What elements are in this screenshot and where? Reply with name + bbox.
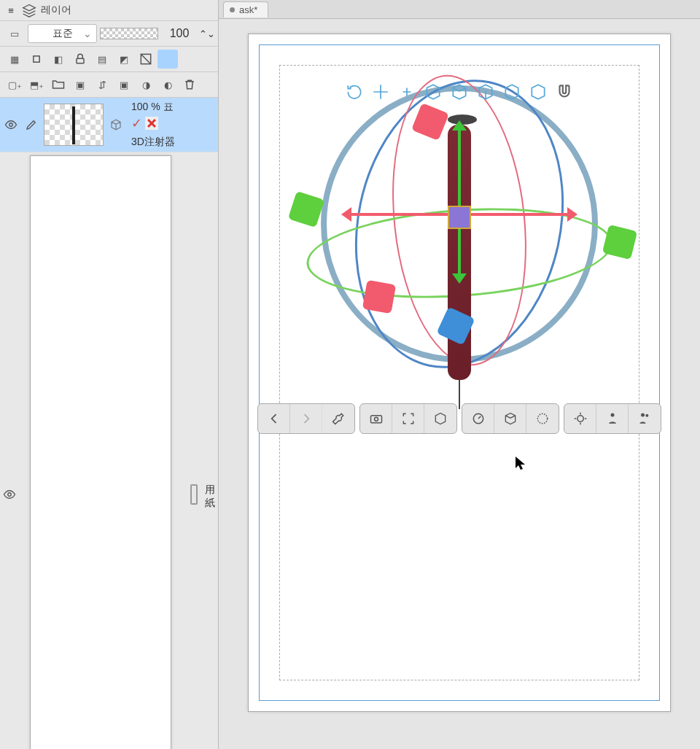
ref-icon[interactable]: ◩ <box>114 50 134 69</box>
next-icon[interactable] <box>290 404 322 433</box>
manipulator-icon-row <box>345 82 574 101</box>
clip-icon[interactable]: ◧ <box>48 50 69 69</box>
svg-point-18 <box>577 416 583 422</box>
layer-panel-header: ≡ 레이어 <box>0 0 218 21</box>
tab-bar: ask* <box>219 0 700 19</box>
move-obj-icon[interactable] <box>424 82 443 101</box>
tab-label: ask* <box>239 4 257 15</box>
object-launcher-toolbar <box>257 403 661 434</box>
svg-point-19 <box>610 414 614 417</box>
svg-point-15 <box>374 417 378 421</box>
svg-point-20 <box>641 414 645 417</box>
new-folder-icon[interactable] <box>48 75 69 94</box>
new-frame-icon[interactable]: ▣ <box>70 75 90 94</box>
layer-list: 100 % 표 ✓ 3D注射器 用紙 <box>0 98 218 749</box>
svg-rect-14 <box>370 416 381 423</box>
color-indicator[interactable] <box>158 50 178 69</box>
layer-name-paper: 用紙 <box>205 484 215 510</box>
figure-icon[interactable] <box>596 404 629 433</box>
apply-mask-icon[interactable]: ◐ <box>158 75 178 94</box>
rotate-obj-icon[interactable] <box>450 82 469 101</box>
delete-layer-icon[interactable] <box>179 75 200 94</box>
lock-icon[interactable] <box>70 50 90 69</box>
blend-row: ▭ 표준 100 ⌃⌄ <box>0 21 218 47</box>
ground-cube-icon[interactable] <box>424 404 456 433</box>
y-axis-arrow[interactable] <box>458 129 461 275</box>
opacity-value[interactable]: 100 <box>161 27 198 40</box>
rot-cube-icon[interactable] <box>494 404 526 433</box>
center-handle[interactable] <box>448 206 471 229</box>
mask-icon[interactable]: ◑ <box>136 75 156 94</box>
camera-icon[interactable] <box>360 404 392 433</box>
lock-alpha-icon[interactable] <box>26 50 47 69</box>
light-icon[interactable] <box>564 404 596 433</box>
draft-pencil-icon[interactable] <box>23 118 39 131</box>
merge-icon[interactable]: ▣ <box>114 75 134 94</box>
layer-thumb-paper <box>30 155 171 749</box>
paper-badge-icon <box>190 484 198 505</box>
unsaved-dot-icon <box>230 7 235 12</box>
visibility-eye-icon[interactable] <box>3 118 19 131</box>
focus-icon[interactable] <box>392 404 424 433</box>
speed-icon[interactable] <box>462 404 494 433</box>
layer-actions-row-2: ▢₊ ⬒₊ ▣ ⇵ ▣ ◑ ◐ <box>0 72 218 98</box>
svg-point-21 <box>645 414 648 417</box>
red-handle-bottom[interactable] <box>362 280 396 314</box>
layer-filter-icon[interactable]: ▭ <box>4 24 25 43</box>
layer-row-paper[interactable]: 用紙 <box>0 152 218 749</box>
new-vector-layer-icon[interactable]: ⬒₊ <box>26 75 47 94</box>
stepper-icon[interactable]: ⌃⌄ <box>201 27 214 40</box>
paper-canvas[interactable] <box>248 34 671 712</box>
mask-toggle-icon[interactable] <box>136 50 156 69</box>
document-tab[interactable]: ask* <box>223 1 268 18</box>
ruler-icon[interactable]: ▤ <box>92 50 112 69</box>
cross-red-icon <box>145 117 158 130</box>
svg-point-3 <box>9 123 13 127</box>
layers-icon <box>22 3 36 18</box>
layer-name-3d: 3D注射器 <box>131 136 215 149</box>
opacity-slider[interactable] <box>100 28 158 39</box>
cube4-icon[interactable] <box>502 82 521 101</box>
menu-icon[interactable]: ≡ <box>4 4 18 17</box>
layer-btn-1[interactable]: ▦ <box>4 50 25 69</box>
layer-actions-row-1: ▦ ◧ ▤ ◩ <box>0 47 218 72</box>
blend-mode-select[interactable]: 표준 <box>28 24 97 43</box>
cube-badge-icon <box>109 118 122 131</box>
scale-obj-icon[interactable] <box>476 82 495 101</box>
layer-row-3d[interactable]: 100 % 표 ✓ 3D注射器 <box>0 98 218 152</box>
svg-rect-1 <box>77 58 84 63</box>
gizmo-scene[interactable] <box>299 71 620 421</box>
layer-panel-title: 레이어 <box>41 4 71 17</box>
cube5-icon[interactable] <box>529 82 548 101</box>
layer-thumb-3d <box>44 104 104 146</box>
transfer-icon[interactable]: ⇵ <box>92 75 112 94</box>
svg-point-4 <box>8 493 12 497</box>
pan-camera-icon[interactable] <box>371 82 390 101</box>
rotate-dashed-icon[interactable] <box>526 404 559 433</box>
figure-multi-icon[interactable] <box>629 404 661 433</box>
svg-point-17 <box>537 414 547 423</box>
check-red-icon: ✓ <box>131 115 142 131</box>
magnet-icon[interactable] <box>555 82 574 101</box>
prev-icon[interactable] <box>258 404 290 433</box>
zoom-camera-icon[interactable] <box>397 82 416 101</box>
svg-rect-0 <box>34 56 39 62</box>
canvas-area[interactable] <box>219 19 700 749</box>
new-raster-layer-icon[interactable]: ▢₊ <box>4 75 25 94</box>
wrench-icon-2[interactable] <box>322 404 354 433</box>
visibility-eye-icon-2[interactable] <box>3 488 16 501</box>
layer-opacity-text: 100 % 표 <box>131 101 174 114</box>
rot-camera-icon[interactable] <box>345 82 364 101</box>
